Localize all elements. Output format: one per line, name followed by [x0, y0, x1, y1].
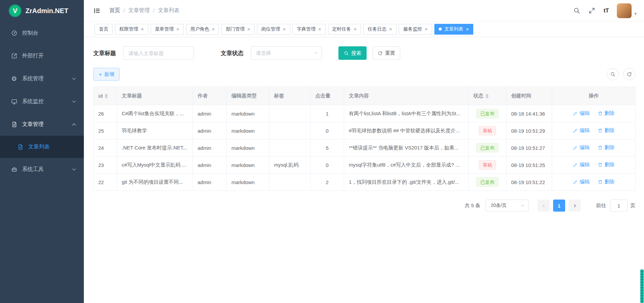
dashboard-icon — [11, 30, 17, 36]
tab-close-icon[interactable]: × — [354, 27, 357, 32]
refresh-table-button[interactable] — [623, 68, 635, 80]
column-header-author: 作者 — [193, 87, 227, 105]
cell-author: admin — [193, 122, 227, 139]
column-header-content: 文章内容 — [344, 87, 469, 105]
delete-button-label: 删除 — [604, 110, 614, 117]
delete-button[interactable]: 删除 — [598, 110, 614, 117]
edit-button-label: 编辑 — [580, 162, 590, 168]
reset-button[interactable]: 重置 — [373, 46, 400, 60]
tab-close-icon[interactable]: × — [283, 27, 286, 32]
article-title-input[interactable] — [123, 46, 194, 60]
article-table: id 文章标题 作者 编辑器类型 标签 点击量 文章内容 状态 创 — [93, 87, 636, 191]
cell-actions: 编辑 删除 — [552, 157, 636, 174]
delete-button[interactable]: 删除 — [598, 127, 614, 134]
prev-page-button[interactable] — [538, 200, 550, 212]
tab-label: 定时任务 — [332, 26, 351, 32]
tab-item[interactable]: 首页 — [95, 24, 113, 35]
tab-item[interactable]: 定时任务 × — [328, 24, 361, 35]
sidebar-item-dashboard[interactable]: 控制台 — [0, 21, 84, 44]
font-size-button[interactable]: tT — [603, 7, 609, 14]
tab-label: 菜单管理 — [155, 26, 174, 32]
refresh-icon — [378, 51, 383, 56]
cell-actions: 编辑 删除 — [552, 105, 636, 122]
cell-actions: 编辑 删除 — [552, 122, 636, 139]
sidebar-item-external[interactable]: 外部打开 — [0, 44, 84, 67]
cell-editor: markdown — [227, 105, 269, 122]
tab-item[interactable]: 权限管理 × — [115, 24, 148, 35]
tab-item[interactable]: 部门管理 × — [221, 24, 255, 35]
cell-editor: markdown — [227, 157, 269, 174]
cell-content: mysql字符集utf8，c#写入中文后，全部显示成? ... — [344, 157, 469, 174]
page-number-button[interactable]: 1 — [553, 200, 565, 212]
edit-button[interactable]: 编辑 — [573, 127, 590, 134]
column-header-status[interactable]: 状态 — [469, 87, 506, 105]
sidebar-item-system-monitor[interactable]: 系统监控 — [0, 90, 84, 113]
toggle-search-button[interactable] — [607, 68, 619, 80]
delete-button[interactable]: 删除 — [598, 162, 614, 168]
cell-title: c#写入Mysql中文显示乱码 ... — [117, 157, 193, 174]
next-page-button[interactable] — [569, 200, 581, 212]
sidebar-item-article-admin[interactable]: 文章管理 — [0, 113, 84, 136]
goto-page-input[interactable] — [610, 200, 628, 212]
tab-item[interactable]: 任务日志 × — [363, 24, 396, 35]
tab-item[interactable]: 文章列表 × — [434, 24, 473, 35]
tab-close-icon[interactable]: × — [318, 27, 321, 32]
tab-item[interactable]: 服务监控 × — [399, 24, 432, 35]
tab-item[interactable]: 用户角色 × — [186, 24, 219, 35]
add-button[interactable]: + 新增 — [93, 68, 120, 81]
cell-created: 08-19 10:51:29 — [506, 122, 552, 139]
breadcrumb-separator: / — [123, 8, 125, 14]
tab-label: 岗位管理 — [261, 26, 280, 32]
column-header-id[interactable]: id — [94, 87, 117, 105]
edit-icon — [573, 179, 578, 184]
edit-button[interactable]: 编辑 — [573, 144, 590, 151]
tab-close-icon[interactable]: × — [466, 27, 469, 32]
sort-icon — [485, 94, 489, 98]
tab-item[interactable]: 菜单管理 × — [151, 24, 184, 35]
edit-button[interactable]: 编辑 — [573, 179, 590, 185]
sidebar-item-article-list[interactable]: 文章列表 — [0, 136, 84, 158]
edit-button[interactable]: 编辑 — [573, 162, 590, 168]
sidebar-item-label: 系统监控 — [22, 98, 44, 105]
tab-close-icon[interactable]: × — [247, 27, 250, 32]
tab-label: 权限管理 — [119, 26, 138, 32]
cell-content: #羽毛球拍参数说明 ## 中管软硬选择以及长度介... — [344, 122, 469, 139]
tab-label: 字典管理 — [297, 26, 316, 32]
tab-close-icon[interactable]: × — [425, 27, 428, 32]
cell-id: 23 — [94, 157, 117, 174]
tab-close-icon[interactable]: × — [141, 27, 144, 32]
sidebar-collapse-button[interactable] — [93, 7, 101, 14]
search-button[interactable]: 搜索 — [338, 46, 367, 60]
breadcrumb-item-article-list[interactable]: 文章列表 — [158, 7, 179, 14]
page-size-select[interactable]: 20条/页 — [486, 200, 529, 212]
breadcrumb-item-home[interactable]: 首页 — [109, 7, 120, 14]
logo[interactable]: V ZrAdmin.NET — [0, 0, 84, 21]
delete-button[interactable]: 删除 — [598, 144, 614, 151]
header-search-button[interactable] — [573, 7, 580, 14]
table-toolbar: + 新增 — [93, 68, 635, 81]
delete-button[interactable]: 删除 — [598, 179, 614, 185]
sort-icon — [105, 94, 108, 98]
menu-fold-icon — [93, 7, 101, 14]
tab-item[interactable]: 字典管理 × — [292, 24, 326, 35]
article-status-select[interactable]: 请选择 — [251, 46, 322, 60]
tab-close-icon[interactable]: × — [212, 27, 215, 32]
tab-item[interactable]: 岗位管理 × — [257, 24, 290, 35]
sidebar-item-system-tools[interactable]: 系统工具 — [0, 158, 84, 181]
user-menu-caret-icon[interactable]: ▾ — [634, 11, 637, 16]
fullscreen-button[interactable] — [588, 7, 595, 14]
plus-icon: + — [99, 72, 102, 77]
user-avatar[interactable] — [617, 3, 632, 18]
edit-button[interactable]: 编辑 — [573, 110, 590, 117]
scrollbar-thumb[interactable] — [640, 269, 644, 303]
tab-close-icon[interactable]: × — [176, 27, 179, 32]
breadcrumb: 首页 / 文章管理 / 文章列表 — [109, 7, 179, 14]
tab-close-icon[interactable]: × — [389, 27, 392, 32]
breadcrumb-item-article-admin[interactable]: 文章管理 — [128, 7, 150, 14]
edit-button-label: 编辑 — [580, 127, 590, 134]
app-root: V ZrAdmin.NET 控制台 外部打开 ⚙ 系统管理 — [0, 0, 644, 303]
column-header-editor: 编辑器类型 — [227, 87, 269, 105]
monitor-icon — [11, 98, 17, 105]
cell-id: 25 — [94, 122, 117, 139]
sidebar-item-system-admin[interactable]: ⚙ 系统管理 — [0, 67, 84, 90]
